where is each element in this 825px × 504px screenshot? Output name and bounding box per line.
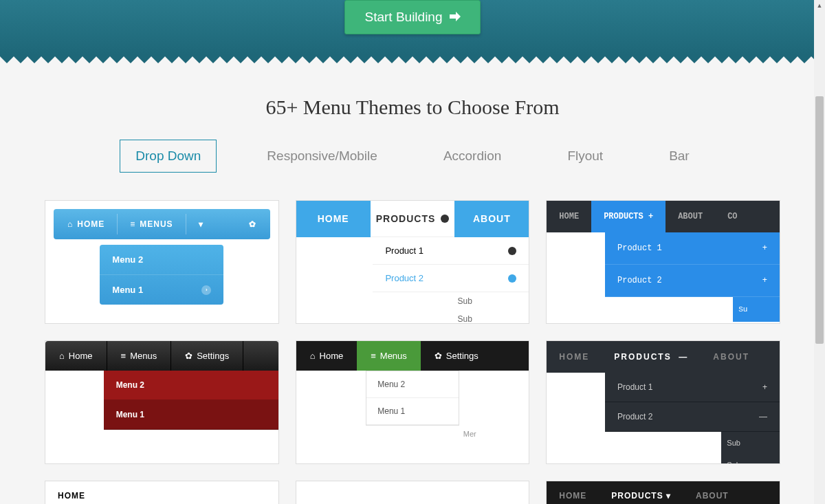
- separator: [117, 214, 118, 234]
- theme-grid: ⌂HOME ≡MENUS ▾ ✿ Menu 2 Menu 1› HOME PRO…: [45, 200, 780, 504]
- arrow-right-icon: [450, 10, 461, 25]
- plus-icon: +: [762, 243, 767, 253]
- dropdown: Product 1+ Product 2+: [605, 232, 780, 297]
- submenu-label: Sub: [452, 292, 529, 310]
- chevron-down-icon: ▾: [189, 219, 213, 229]
- menu-item-products: PRODUCTS +: [591, 201, 666, 232]
- menu-item-home: HOME: [547, 491, 599, 501]
- hamburger-icon: ≡: [371, 351, 376, 361]
- menu-item-contact: CO: [715, 201, 749, 232]
- menu-bar: ⌂Home ≡Menus ✿Settings: [296, 341, 529, 371]
- menu-item-about: ABOUT: [683, 491, 741, 501]
- menu-item-products: PRODUCTS —: [602, 341, 701, 373]
- plus-icon: +: [762, 276, 767, 285]
- chevron-down-icon: ▾: [666, 491, 671, 501]
- theme-card-4[interactable]: ⌂Home ≡Menus ✿Settings Menu 2 Menu 1: [45, 340, 279, 464]
- dropdown-item: Menu 2: [100, 245, 223, 275]
- tab-responsive[interactable]: Responsive/Mobile: [251, 140, 393, 173]
- scrollbar[interactable]: ▲: [814, 0, 825, 504]
- zigzag-divider: [0, 55, 825, 65]
- menu-item-home: ⌂Home: [296, 341, 358, 371]
- menu-item-home: HOME: [45, 491, 98, 501]
- dropdown-item: Product 1+: [605, 232, 780, 265]
- menu-item-menus: ≡Menus: [107, 341, 172, 371]
- menu-item-about: ABOUT: [701, 341, 762, 373]
- menu-item-home: HOME: [547, 341, 602, 373]
- submenu-label: Su: [733, 297, 780, 322]
- theme-card-5[interactable]: ⌂Home ≡Menus ✿Settings Menu 2 Menu 1 Mer: [296, 340, 530, 464]
- theme-card-2[interactable]: HOME PRODUCTS ABOUT Product 1 Product 2 …: [296, 200, 530, 324]
- theme-card-3[interactable]: HOME PRODUCTS + ABOUT CO Product 1+ Prod…: [546, 200, 780, 324]
- scrollbar-thumb[interactable]: [815, 96, 824, 344]
- menu-bar: HOME PRODUCTS — ABOUT: [547, 341, 780, 373]
- minus-icon: —: [679, 352, 688, 362]
- dropdown-item: Menu 1: [366, 398, 458, 425]
- tab-flyout[interactable]: Flyout: [551, 140, 619, 173]
- home-icon: ⌂: [59, 351, 65, 361]
- dropdown-item: Menu 2: [104, 371, 278, 400]
- theme-card-9[interactable]: HOME PRODUCTS ▾ ABOUT: [546, 481, 780, 504]
- dropdown-item: Menu 2: [366, 371, 458, 398]
- gear-icon: ✿: [434, 351, 442, 361]
- tab-bar[interactable]: Bar: [653, 140, 705, 173]
- main-container: 65+ Menu Themes to Choose From Drop Down…: [31, 96, 794, 504]
- menu-bar: HOME PRODUCTS ABOUT: [296, 201, 529, 237]
- minus-icon: —: [759, 412, 767, 421]
- menu-item-settings: ✿Settings: [171, 341, 243, 371]
- chevron-right-icon: [508, 274, 516, 283]
- menu-item-products: PRODUCTS: [371, 201, 455, 237]
- dropdown-item: Product 1: [373, 237, 529, 265]
- hamburger-icon: ≡: [130, 219, 135, 229]
- theme-card-6[interactable]: HOME PRODUCTS — ABOUT Product 1+ Product…: [546, 340, 780, 464]
- menu-item-home: ⌂Home: [45, 341, 107, 371]
- scroll-up-icon[interactable]: ▲: [814, 0, 825, 11]
- dropdown: Product 1+ Product 2—: [605, 373, 780, 432]
- chevron-right-icon: [508, 247, 516, 255]
- dropdown: Menu 2 Menu 1›: [100, 245, 223, 305]
- plus-icon: +: [762, 382, 767, 392]
- theme-card-7[interactable]: HOME: [45, 481, 279, 504]
- theme-card-1[interactable]: ⌂HOME ≡MENUS ▾ ✿ Menu 2 Menu 1›: [45, 200, 279, 324]
- cta-label: Start Building: [364, 10, 442, 25]
- menu-item-home: HOME: [296, 201, 371, 237]
- menu-item-settings: ✿Settings: [421, 341, 492, 371]
- hamburger-icon: ≡: [121, 351, 126, 361]
- menu-bar: ⌂HOME ≡MENUS ▾ ✿: [54, 209, 270, 239]
- dropdown: Product 1 Product 2: [373, 237, 529, 292]
- dropdown-item: Product 2: [373, 265, 529, 292]
- dropdown: Menu 2 Menu 1: [104, 371, 278, 430]
- menu-item-home: ⌂HOME: [58, 219, 114, 229]
- home-icon: ⌂: [67, 219, 73, 229]
- menu-bar: HOME PRODUCTS ▾ ABOUT: [547, 481, 780, 504]
- menu-item-home: HOME: [547, 201, 591, 232]
- tab-accordion[interactable]: Accordion: [428, 140, 518, 173]
- gear-icon: ✿: [185, 351, 192, 361]
- dropdown-item: Menu 1: [104, 400, 278, 430]
- menu-item-products: PRODUCTS ▾: [599, 491, 683, 501]
- menu-item-menus: ≡MENUS: [120, 219, 182, 229]
- submenu-label: Sub: [721, 432, 780, 454]
- menu-item-menus: ≡Menus: [357, 341, 421, 371]
- dropdown-item: Product 2+: [605, 265, 780, 297]
- gear-icon: ✿: [239, 219, 266, 229]
- start-building-button[interactable]: Start Building: [344, 0, 480, 34]
- menu-bar: HOME: [45, 481, 278, 504]
- chevron-down-icon: [441, 215, 449, 223]
- dropdown-item: Menu 1›: [100, 275, 223, 305]
- menu-bar: HOME PRODUCTS + ABOUT CO: [547, 201, 780, 232]
- home-icon: ⌂: [310, 351, 316, 361]
- menu-item-about: ABOUT: [666, 201, 715, 232]
- dropdown-item: Product 1+: [605, 373, 780, 402]
- submenu-label: Sub: [452, 310, 529, 324]
- tab-dropdown[interactable]: Drop Down: [120, 140, 217, 173]
- hero-section: Start Building: [0, 0, 825, 55]
- separator: [186, 214, 186, 234]
- submenu-label: Mer: [459, 426, 529, 442]
- chevron-right-icon: ›: [201, 285, 211, 295]
- submenu-label: Sub: [721, 454, 780, 464]
- menu-bar: ⌂Home ≡Menus ✿Settings: [45, 341, 278, 371]
- dropdown: Menu 2 Menu 1: [366, 371, 459, 426]
- theme-tabs: Drop Down Responsive/Mobile Accordion Fl…: [45, 140, 780, 173]
- section-title: 65+ Menu Themes to Choose From: [45, 96, 780, 119]
- theme-card-8[interactable]: [296, 481, 530, 504]
